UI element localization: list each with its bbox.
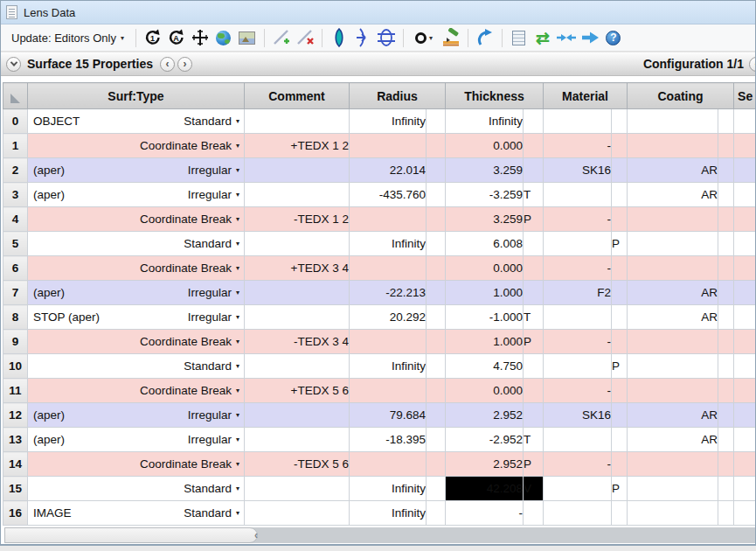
scroll-left-icon[interactable]: ‹: [254, 527, 258, 543]
thickness-solve-flag[interactable]: [524, 256, 544, 281]
coating-solve-flag[interactable]: [718, 477, 734, 501]
titlebar[interactable]: Lens Data: [1, 1, 755, 24]
radius-cell[interactable]: Infinity: [350, 354, 427, 379]
semi-diameter-cell[interactable]: [734, 403, 756, 428]
radius-cell[interactable]: [350, 330, 427, 354]
row-number[interactable]: 0: [3, 109, 28, 134]
semi-diameter-cell[interactable]: [734, 232, 756, 256]
material-solve-flag[interactable]: [612, 183, 628, 207]
insert-lens-icon[interactable]: [329, 27, 350, 48]
thickness-cell[interactable]: -3.259: [446, 183, 524, 207]
coating-solve-flag[interactable]: [718, 158, 734, 183]
coating-solve-flag[interactable]: [718, 232, 734, 256]
select-all-corner[interactable]: [3, 83, 28, 109]
semi-diameter-cell[interactable]: [734, 428, 756, 452]
semi-diameter-cell[interactable]: [734, 109, 756, 134]
material-cell[interactable]: -: [544, 452, 612, 477]
coating-cell[interactable]: AR: [628, 158, 718, 183]
radius-solve-flag[interactable]: [427, 330, 446, 354]
row-number[interactable]: 12: [3, 403, 28, 428]
coating-solve-flag[interactable]: [718, 281, 734, 305]
row-number[interactable]: 11: [3, 379, 28, 403]
coating-cell[interactable]: [628, 354, 718, 379]
semi-diameter-cell[interactable]: [734, 183, 756, 207]
notepad-icon[interactable]: [509, 27, 530, 48]
coating-cell[interactable]: AR: [628, 428, 718, 452]
comment-cell[interactable]: [245, 354, 350, 379]
surf-type-cell[interactable]: (aper) Irregular ▾: [28, 428, 245, 452]
semi-diameter-cell[interactable]: [734, 207, 756, 232]
column-header-semi-diameter[interactable]: Se: [734, 83, 756, 109]
semi-diameter-cell[interactable]: [734, 477, 756, 501]
material-cell[interactable]: -: [544, 379, 612, 403]
collapse-properties-button[interactable]: [6, 57, 21, 72]
material-cell[interactable]: [544, 183, 612, 207]
radius-solve-flag[interactable]: [427, 232, 446, 256]
radius-solve-flag[interactable]: [427, 134, 446, 158]
coating-solve-flag[interactable]: [718, 452, 734, 477]
thickness-solve-flag[interactable]: [524, 501, 544, 526]
semi-diameter-cell[interactable]: [734, 305, 756, 330]
column-header-thickness[interactable]: Thickness: [446, 83, 544, 109]
radius-solve-flag[interactable]: [427, 379, 446, 403]
coating-solve-flag[interactable]: [718, 256, 734, 281]
coating-cell[interactable]: AR: [628, 403, 718, 428]
previous-configuration-button[interactable]: ‹: [749, 57, 755, 72]
coating-cell[interactable]: AR: [628, 281, 718, 305]
thickness-solve-flag[interactable]: [524, 403, 544, 428]
surf-type-cell[interactable]: STOP (aper) Irregular ▾: [28, 305, 245, 330]
row-number[interactable]: 13: [3, 428, 28, 452]
coating-solve-flag[interactable]: [718, 379, 734, 403]
coating-cell[interactable]: [628, 379, 718, 403]
thickness-cell[interactable]: -2.952: [446, 428, 524, 452]
semi-diameter-cell[interactable]: [734, 134, 756, 158]
radius-cell[interactable]: Infinity: [350, 501, 427, 526]
thickness-cell[interactable]: 2.952: [446, 403, 524, 428]
radius-cell[interactable]: Infinity: [350, 109, 427, 134]
material-cell[interactable]: [544, 109, 612, 134]
surf-type-cell[interactable]: Coordinate Break ▾: [28, 330, 245, 354]
radius-solve-flag[interactable]: [427, 207, 446, 232]
surf-type-cell[interactable]: Standard ▾: [28, 354, 245, 379]
coating-solve-flag[interactable]: [718, 501, 734, 526]
radius-cell[interactable]: -435.760: [350, 183, 427, 207]
thickness-cell[interactable]: 6.008: [446, 232, 524, 256]
radius-cell[interactable]: Infinity: [350, 232, 427, 256]
surf-type-cell[interactable]: Standard ▾: [28, 232, 245, 256]
surf-type-cell[interactable]: (aper) Irregular ▾: [28, 403, 245, 428]
thickness-cell[interactable]: Infinity: [446, 109, 524, 134]
surf-type-cell[interactable]: (aper) Irregular ▾: [28, 183, 245, 207]
surf-type-cell[interactable]: Standard ▾: [28, 477, 245, 501]
comment-cell[interactable]: [245, 232, 350, 256]
update-all-icon[interactable]: A: [166, 27, 187, 48]
scrollbar-thumb[interactable]: [4, 527, 258, 543]
coating-solve-flag[interactable]: [718, 403, 734, 428]
thickness-solve-flag[interactable]: [524, 158, 544, 183]
comment-cell[interactable]: [245, 403, 350, 428]
swap-icon[interactable]: ⇄: [532, 27, 553, 48]
radius-cell[interactable]: -22.213: [350, 281, 427, 305]
material-solve-flag[interactable]: [612, 109, 628, 134]
comment-cell[interactable]: [245, 183, 350, 207]
update-mode-dropdown[interactable]: Update: Editors Only ▾: [6, 29, 129, 47]
row-number[interactable]: 6: [3, 256, 28, 281]
thickness-cell[interactable]: 0.000: [446, 256, 524, 281]
material-cell[interactable]: [544, 501, 612, 526]
delete-surface-icon[interactable]: [295, 27, 316, 48]
radius-cell[interactable]: 20.292: [350, 305, 427, 330]
radius-cell[interactable]: [350, 256, 427, 281]
thickness-cell[interactable]: -1.000: [446, 305, 524, 330]
coating-cell[interactable]: [628, 109, 718, 134]
comment-cell[interactable]: -TEDX 5 6: [245, 452, 350, 477]
next-arrow-icon[interactable]: [579, 27, 600, 48]
radius-solve-flag[interactable]: [427, 428, 446, 452]
material-solve-flag[interactable]: [612, 256, 628, 281]
surf-type-cell[interactable]: Coordinate Break ▾: [28, 379, 245, 403]
radius-solve-flag[interactable]: [427, 183, 446, 207]
comment-cell[interactable]: [245, 109, 350, 134]
thickness-solve-flag[interactable]: [524, 109, 544, 134]
material-cell[interactable]: [544, 428, 612, 452]
row-number[interactable]: 14: [3, 452, 28, 477]
material-solve-flag[interactable]: [612, 330, 628, 354]
row-number[interactable]: 9: [3, 330, 28, 354]
